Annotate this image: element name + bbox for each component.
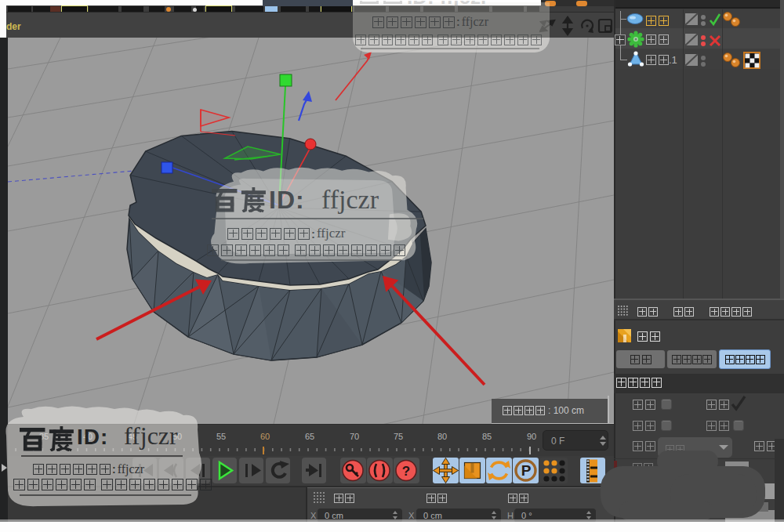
svg-text:P: P (521, 462, 532, 479)
svg-text:?: ? (402, 464, 410, 479)
